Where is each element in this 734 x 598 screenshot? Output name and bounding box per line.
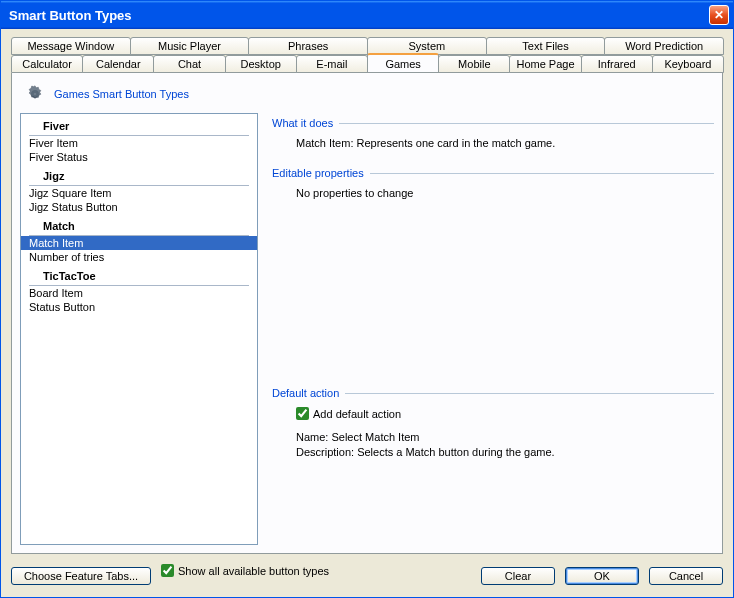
category-match: Match <box>29 214 249 236</box>
category-jigz: Jigz <box>29 164 249 186</box>
tab-text-files[interactable]: Text Files <box>486 37 606 55</box>
tab-word-prediction[interactable]: Word Prediction <box>604 37 724 55</box>
default-label-text: Default action <box>272 387 339 399</box>
titlebar: Smart Button Types ✕ <box>1 1 733 29</box>
choose-feature-tabs-button[interactable]: Choose Feature Tabs... <box>11 567 151 585</box>
divider <box>370 173 714 174</box>
close-button[interactable]: ✕ <box>709 5 729 25</box>
add-default-label[interactable]: Add default action <box>313 408 401 420</box>
tab-music-player[interactable]: Music Player <box>130 37 250 55</box>
editable-props-body: No properties to change <box>272 187 714 217</box>
tab-chat[interactable]: Chat <box>153 55 225 73</box>
tab-mobile[interactable]: Mobile <box>438 55 510 73</box>
divider <box>339 123 714 124</box>
tab-message-window[interactable]: Message Window <box>11 37 131 55</box>
default-action-section: Default action Add default action Name: … <box>272 387 714 479</box>
what-label-text: What it does <box>272 117 333 129</box>
add-default-checkbox[interactable] <box>296 407 309 420</box>
heading-text: Games Smart Button Types <box>54 88 189 100</box>
clear-button[interactable]: Clear <box>481 567 555 585</box>
add-default-row: Add default action <box>296 407 714 420</box>
tabs: Message WindowMusic PlayerPhrasesSystemT… <box>11 37 723 73</box>
ok-button[interactable]: OK <box>565 567 639 585</box>
tab-home-page[interactable]: Home Page <box>509 55 581 73</box>
heading: Games Smart Button Types <box>20 81 714 113</box>
default-desc-row: Description: Selects a Match button duri… <box>296 445 714 460</box>
tab-row-2: CalculatorCalendarChatDesktopE-mailGames… <box>11 55 723 73</box>
cancel-button[interactable]: Cancel <box>649 567 723 585</box>
tab-keyboard[interactable]: Keyboard <box>652 55 724 73</box>
tab-phrases[interactable]: Phrases <box>248 37 368 55</box>
list-item[interactable]: Fiver Status <box>21 150 257 164</box>
tab-panel: Games Smart Button Types FiverFiver Item… <box>11 73 723 554</box>
show-all-checkbox[interactable] <box>161 564 174 577</box>
gear-icon <box>24 83 46 105</box>
detail-panel: What it does Match Item: Represents one … <box>272 113 714 545</box>
default-action-body: Add default action Name: Select Match It… <box>272 407 714 479</box>
list-item[interactable]: Board Item <box>21 286 257 300</box>
name-value: Select Match Item <box>331 431 419 443</box>
tab-row-1: Message WindowMusic PlayerPhrasesSystemT… <box>11 37 723 55</box>
default-name-row: Name: Select Match Item <box>296 430 714 445</box>
list-item[interactable]: Fiver Item <box>21 136 257 150</box>
tab-games[interactable]: Games <box>367 53 439 73</box>
type-list[interactable]: FiverFiver ItemFiver StatusJigzJigz Squa… <box>20 113 258 545</box>
name-label: Name: <box>296 431 328 443</box>
close-icon: ✕ <box>714 8 724 22</box>
editable-label-text: Editable properties <box>272 167 364 179</box>
list-item[interactable]: Jigz Status Button <box>21 200 257 214</box>
divider <box>345 393 714 394</box>
what-text: Match Item: Represents one card in the m… <box>296 137 555 149</box>
list-item[interactable]: Number of tries <box>21 250 257 264</box>
show-all-row: Show all available button types <box>161 564 329 577</box>
what-it-does-label: What it does <box>272 117 714 129</box>
default-action-label: Default action <box>272 387 714 399</box>
editable-props-label: Editable properties <box>272 167 714 179</box>
list-item[interactable]: Match Item <box>21 236 257 250</box>
list-item[interactable]: Jigz Square Item <box>21 186 257 200</box>
tab-calculator[interactable]: Calculator <box>11 55 83 73</box>
window-title: Smart Button Types <box>9 8 709 23</box>
footer: Choose Feature Tabs... Show all availabl… <box>11 554 723 587</box>
tab-desktop[interactable]: Desktop <box>225 55 297 73</box>
what-it-does-body: Match Item: Represents one card in the m… <box>272 137 714 167</box>
category-tictactoe: TicTacToe <box>29 264 249 286</box>
desc-label: Description: <box>296 446 354 458</box>
tab-infrared[interactable]: Infrared <box>581 55 653 73</box>
window-body: Message WindowMusic PlayerPhrasesSystemT… <box>1 29 733 597</box>
editable-text: No properties to change <box>296 187 413 199</box>
main-split: FiverFiver ItemFiver StatusJigzJigz Squa… <box>20 113 714 545</box>
desc-value: Selects a Match button during the game. <box>357 446 555 458</box>
list-item[interactable]: Status Button <box>21 300 257 314</box>
show-all-label[interactable]: Show all available button types <box>178 565 329 577</box>
window: Smart Button Types ✕ Message WindowMusic… <box>0 0 734 598</box>
category-fiver: Fiver <box>29 114 249 136</box>
tab-calendar[interactable]: Calendar <box>82 55 154 73</box>
tab-e-mail[interactable]: E-mail <box>296 55 368 73</box>
